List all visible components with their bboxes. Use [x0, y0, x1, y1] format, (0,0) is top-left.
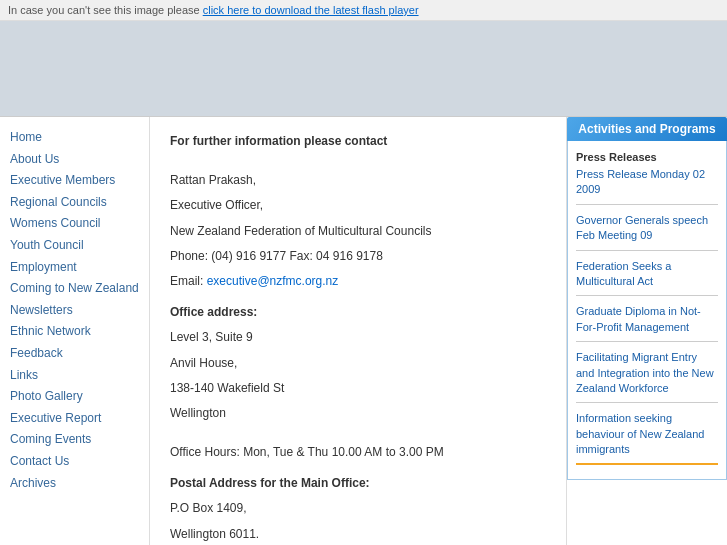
activities-header: Activities and Programs [567, 117, 727, 141]
content-area: For further information please contact R… [150, 117, 567, 545]
flash-link[interactable]: click here to download the latest flash … [203, 4, 419, 16]
sidebar-item-links[interactable]: Links [10, 365, 149, 387]
office-heading: Office address: [170, 303, 546, 322]
flash-text: In case you can't see this image please [8, 4, 203, 16]
right-panel: Activities and Programs Press Releases P… [567, 117, 727, 545]
office-street: 138-140 Wakefield St [170, 379, 546, 398]
contact-name: Rattan Prakash, [170, 171, 546, 190]
sidebar-item-womens-council[interactable]: Womens Council [10, 213, 149, 235]
contact-email-label: Email: [170, 274, 207, 288]
sidebar-item-youth-council[interactable]: Youth Council [10, 235, 149, 257]
sidebar-item-newsletters[interactable]: Newsletters [10, 300, 149, 322]
contact-email: Email: executive@nzfmc.org.nz [170, 272, 546, 291]
sidebar-item-ethnic-network[interactable]: Ethnic Network [10, 321, 149, 343]
sidebar-item-executive-report[interactable]: Executive Report [10, 408, 149, 430]
office-hours: Office Hours: Mon, Tue & Thu 10.00 AM to… [170, 443, 546, 462]
press-releases-title: Press Releases [576, 151, 718, 163]
activity-link-4[interactable]: Facilitating Migrant Entry and Integrati… [576, 350, 718, 403]
sidebar-item-regional-councils[interactable]: Regional Councils [10, 192, 149, 214]
flash-bar: In case you can't see this image please … [0, 0, 727, 21]
sidebar-item-coming-events[interactable]: Coming Events [10, 429, 149, 451]
contact-title: Executive Officer, [170, 196, 546, 215]
activity-link-2[interactable]: Federation Seeks a Multicultural Act [576, 259, 718, 297]
office-address: Level 3, Suite 9 [170, 328, 546, 347]
sidebar-item-coming-to-nz[interactable]: Coming to New Zealand [10, 278, 149, 300]
postal-heading: Postal Address for the Main Office: [170, 474, 546, 493]
sidebar-item-archives[interactable]: Archives [10, 473, 149, 495]
office-building: Anvil House, [170, 354, 546, 373]
activity-link-1[interactable]: Governor Generals speech Feb Meeting 09 [576, 213, 718, 251]
contact-intro: For further information please contact [170, 134, 387, 148]
sidebar-item-employment[interactable]: Employment [10, 257, 149, 279]
sidebar-item-feedback[interactable]: Feedback [10, 343, 149, 365]
postal-line1: P.O Box 1409, [170, 499, 546, 518]
sidebar-item-executive-members[interactable]: Executive Members [10, 170, 149, 192]
header-banner [0, 21, 727, 116]
main-container: Home About Us Executive Members Regional… [0, 116, 727, 545]
activity-link-5[interactable]: Information seeking behaviour of New Zea… [576, 411, 718, 465]
sidebar-item-home[interactable]: Home [10, 127, 149, 149]
contact-phone: Phone: (04) 916 9177 Fax: 04 916 9178 [170, 247, 546, 266]
sidebar-item-photo-gallery[interactable]: Photo Gallery [10, 386, 149, 408]
contact-email-link[interactable]: executive@nzfmc.org.nz [207, 274, 339, 288]
contact-org: New Zealand Federation of Multicultural … [170, 222, 546, 241]
activity-link-3[interactable]: Graduate Diploma in Not-For-Profit Manag… [576, 304, 718, 342]
activities-content: Press Releases Press Release Monday 02 2… [567, 141, 727, 480]
sidebar: Home About Us Executive Members Regional… [0, 117, 150, 545]
postal-line2: Wellington 6011. [170, 525, 546, 544]
sidebar-item-contact-us[interactable]: Contact Us [10, 451, 149, 473]
sidebar-item-about[interactable]: About Us [10, 149, 149, 171]
activity-link-0[interactable]: Press Release Monday 02 2009 [576, 167, 718, 205]
office-city: Wellington [170, 404, 546, 423]
